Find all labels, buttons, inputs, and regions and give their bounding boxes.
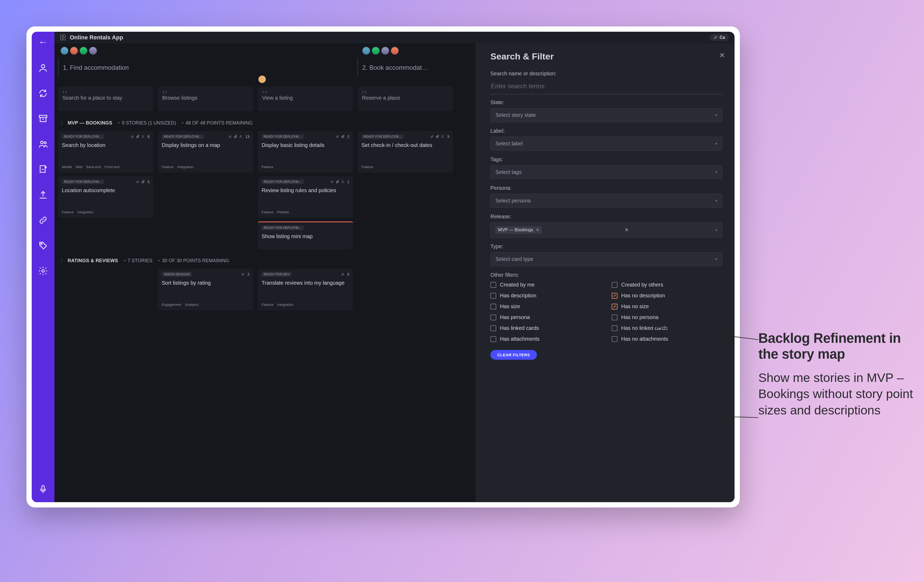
app-window: ← Online Rentals App Ca [26,26,740,508]
goal-title[interactable]: 1. Find accommodation [58,58,353,77]
chevron-down-icon: ▾ [715,112,718,117]
share-pill[interactable]: Ca [710,34,729,41]
filter-checkbox[interactable]: Has description [490,293,601,299]
people-icon[interactable] [38,139,48,149]
avatar[interactable] [89,46,97,55]
release-menu-icon[interactable]: ⋮ [59,120,64,126]
status-badge: READY FOR DEV [262,272,292,277]
checkbox-icon [490,314,496,320]
refresh-icon[interactable] [38,88,48,98]
status-badge: READY FOR DEPLOYM… [361,134,404,139]
annotation-arrow [549,304,761,357]
status-badge: NEEDS DESIGNS [162,272,192,277]
panel-title: Search & Filter [490,51,723,61]
persona-select[interactable]: Select persona▾ [490,194,723,208]
clear-filters-button[interactable]: CLEAR FILTERS [490,350,537,360]
step-card[interactable]: 1.2Browse listings [158,87,253,111]
card-tag: Feature [262,303,274,307]
release-name[interactable]: RATINGS & REVIEWS [68,258,118,263]
step-card[interactable]: 1.3View a listing [258,87,353,111]
story-card[interactable]: READY FOR DEPLOYM…3Set check-in / check-… [358,131,453,173]
close-icon[interactable]: ✕ [719,51,725,60]
callout-heading: Backlog Refinement in the story map [758,331,914,362]
svg-point-9 [142,136,144,137]
story-card[interactable]: READY FOR DEV5Translate reviews into my … [258,269,353,310]
link-icon[interactable] [38,215,48,225]
workspace: 1. Find accommodation 2. Book accommodat… [54,43,734,502]
filter-checkbox[interactable]: Created by me [490,282,601,288]
story-card[interactable]: NEEDS DESIGNS2Sort listings by ratingEng… [158,269,253,310]
search-input[interactable] [490,79,723,94]
card-tag: Integration [177,165,193,169]
export-icon[interactable] [38,164,48,174]
chevron-down-icon: ▾ [715,170,718,175]
status-badge: READY FOR DEPLOYM… [262,225,304,230]
card-tag: Feature [62,210,74,214]
filter-checkbox[interactable]: Has no description [612,293,723,299]
release-name[interactable]: MVP — BOOKINGS [68,120,112,126]
status-badge: READY FOR DEPLOYM… [62,134,104,139]
card-tag: Back-end [86,165,101,169]
avatar[interactable] [362,46,370,55]
archive-icon[interactable] [38,114,48,124]
release-select[interactable]: MVP — Bookings✕ ✕▾ [490,222,723,238]
status-badge: READY FOR DEPLOYM… [262,134,304,139]
checkbox-icon [490,293,496,299]
card-title: Display basic listing details [262,142,349,154]
step-card[interactable]: 2.1Reserve a place [358,87,453,111]
story-card[interactable]: READY FOR DEPLOYM…Show listing mini map [258,222,353,249]
card-tag: Integration [277,303,293,307]
filter-checkbox[interactable]: Created by others [612,282,723,288]
goal1-avatars [56,43,353,58]
persona-avatar-small[interactable] [258,76,266,83]
remove-chip-icon[interactable]: ✕ [536,228,539,232]
story-card[interactable]: READY FOR DEPLOYM…8Search by locationMob… [58,131,153,173]
topbar: Online Rentals App Ca [54,32,734,43]
card-title: Search by location [62,142,150,154]
label-select[interactable]: Select label▾ [490,137,723,150]
avatar[interactable] [70,46,78,55]
avatar[interactable] [79,46,88,55]
card-tag: Policies [277,210,289,214]
svg-point-2 [41,141,43,144]
checkbox-icon [490,326,496,331]
type-select[interactable]: Select card type▾ [490,252,723,266]
gear-icon[interactable] [38,266,48,276]
person-icon[interactable] [38,63,48,73]
story-card[interactable]: READY FOR DEPLOYM…13Display listings on … [158,131,253,173]
checkbox-icon [612,293,617,299]
search-label: Search name or description: [490,71,723,77]
step-card[interactable]: 1.1Search for a place to stay [58,87,153,111]
tags-select[interactable]: Select tags▾ [490,165,723,179]
story-card[interactable]: READY FOR DEPLOYM…5Location autocomplete… [58,176,153,218]
avatar[interactable] [60,46,69,55]
release-chip[interactable]: MVP — Bookings✕ [495,226,542,234]
upload-icon[interactable] [38,190,48,200]
checkbox-icon [490,304,496,309]
checkbox-icon [612,282,617,288]
mic-icon[interactable] [38,484,48,494]
callout-body: Show me stories in MVP – Bookings withou… [758,369,914,418]
card-title: Display listings on a map [162,142,249,154]
story-card[interactable]: READY FOR DEPLOYM…1Review listing rules … [258,176,353,218]
card-title: Review listing rules and policies [262,187,349,200]
card-title: Translate reviews into my language [262,279,349,292]
avatar[interactable] [371,46,380,55]
avatar[interactable] [381,46,389,55]
clear-field-icon[interactable]: ✕ [625,227,629,233]
svg-point-11 [342,181,343,182]
avatar[interactable] [391,46,399,55]
state-select[interactable]: Select story state▾ [490,108,723,122]
checkbox-icon [490,282,496,288]
card-title: Show listing mini map [262,233,349,246]
status-badge: READY FOR DEPLOYM… [262,179,304,184]
release-menu-icon[interactable]: ⋮ [59,258,64,263]
goal-title[interactable]: 2. Book accommodat… [358,58,453,77]
card-tag: Feature [262,165,274,169]
story-card[interactable]: READY FOR DEPLOYM…2Display basic listing… [258,131,353,173]
back-button[interactable]: ← [38,36,48,48]
tag-icon[interactable] [38,241,48,251]
card-tag: Feature [262,210,274,214]
card-tag: Web [76,165,83,169]
svg-point-0 [41,64,45,68]
